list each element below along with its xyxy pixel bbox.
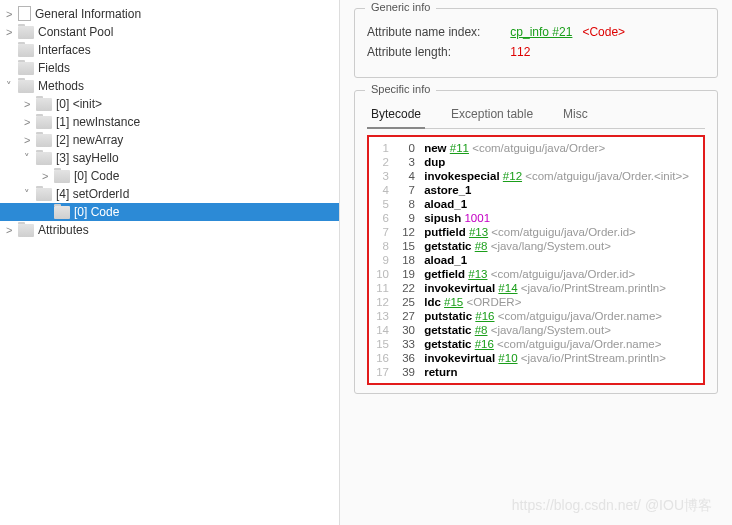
attr-length-label: Attribute length: xyxy=(367,45,507,59)
opcode: ldc xyxy=(424,296,441,308)
byte-offset: 39 xyxy=(395,366,415,378)
tree-item[interactable]: >[0] Code xyxy=(0,167,339,185)
tree-item[interactable]: >[1] newInstance xyxy=(0,113,339,131)
tree-item[interactable]: >[0] <init> xyxy=(0,95,339,113)
line-number: 3 xyxy=(375,170,389,182)
byte-offset: 4 xyxy=(395,170,415,182)
folder-icon xyxy=(18,26,34,39)
folder-icon xyxy=(18,80,34,93)
detail-panel: Generic info Attribute name index: cp_in… xyxy=(340,0,732,525)
chevron-right-icon[interactable]: > xyxy=(42,170,54,182)
line-number: 4 xyxy=(375,184,389,196)
tree-item-label: [0] Code xyxy=(74,169,119,183)
attr-length-value: 112 xyxy=(510,45,530,59)
line-number: 9 xyxy=(375,254,389,266)
bytecode-listing[interactable]: 10 new #11 <com/atguigu/java/Order>23 du… xyxy=(367,135,705,385)
generic-info-legend: Generic info xyxy=(365,1,436,13)
tabs-bar: BytecodeException tableMisc xyxy=(367,101,705,129)
bytecode-row: 1122 invokevirtual #14 <java/io/PrintStr… xyxy=(375,281,697,295)
tree-item[interactable]: ˅[4] setOrderId xyxy=(0,185,339,203)
tree-item[interactable]: >Attributes xyxy=(0,221,339,239)
folder-icon xyxy=(36,188,52,201)
folder-icon xyxy=(18,44,34,57)
opcode: getstatic xyxy=(424,324,471,336)
tab-misc[interactable]: Misc xyxy=(559,101,592,128)
cp-info-link[interactable]: cp_info #21 xyxy=(510,25,572,39)
chevron-right-icon[interactable]: > xyxy=(24,134,36,146)
line-number: 14 xyxy=(375,324,389,336)
byte-offset: 18 xyxy=(395,254,415,266)
bytecode-row: 23 dup xyxy=(375,155,697,169)
opcode-comment: <com/atguigu/java/Order.name> xyxy=(497,338,661,350)
cp-ref-link[interactable]: #13 xyxy=(469,226,488,238)
chevron-down-icon[interactable]: ˅ xyxy=(24,152,36,165)
byte-offset: 3 xyxy=(395,156,415,168)
tree-item[interactable]: Fields xyxy=(0,59,339,77)
tree-item-label: Attributes xyxy=(38,223,89,237)
tree-item-label: [1] newInstance xyxy=(56,115,140,129)
cp-ref-link[interactable]: #13 xyxy=(468,268,487,280)
tree-item[interactable]: >Constant Pool xyxy=(0,23,339,41)
opcode: getfield xyxy=(424,268,465,280)
bytecode-row: 918 aload_1 xyxy=(375,253,697,267)
tree-item[interactable]: ˅Methods xyxy=(0,77,339,95)
tree-item[interactable]: >General Information xyxy=(0,4,339,23)
cp-ref-link[interactable]: #8 xyxy=(475,240,488,252)
chevron-right-icon[interactable]: > xyxy=(6,8,18,20)
tab-bytecode[interactable]: Bytecode xyxy=(367,101,425,129)
bytecode-row: 47 astore_1 xyxy=(375,183,697,197)
opcode-comment: <java/lang/System.out> xyxy=(491,240,611,252)
attr-length-row: Attribute length: 112 xyxy=(367,45,705,59)
tree-item-label: Interfaces xyxy=(38,43,91,57)
chevron-right-icon[interactable]: > xyxy=(24,98,36,110)
tree-item-label: Fields xyxy=(38,61,70,75)
tree-item[interactable]: >[2] newArray xyxy=(0,131,339,149)
byte-offset: 7 xyxy=(395,184,415,196)
folder-icon xyxy=(18,224,34,237)
bytecode-row: 58 aload_1 xyxy=(375,197,697,211)
bytecode-row: 10 new #11 <com/atguigu/java/Order> xyxy=(375,141,697,155)
line-number: 17 xyxy=(375,366,389,378)
byte-offset: 15 xyxy=(395,240,415,252)
cp-ref-link[interactable]: #16 xyxy=(475,310,494,322)
cp-ref-link[interactable]: #14 xyxy=(498,282,517,294)
chevron-right-icon[interactable]: > xyxy=(6,224,18,236)
folder-icon xyxy=(36,134,52,147)
line-number: 11 xyxy=(375,282,389,294)
opcode-comment: <java/io/PrintStream.println> xyxy=(521,282,666,294)
cp-ref-link[interactable]: #11 xyxy=(450,142,469,154)
bytecode-row: 712 putfield #13 <com/atguigu/java/Order… xyxy=(375,225,697,239)
bytecode-row: 1739 return xyxy=(375,365,697,379)
cp-ref-link[interactable]: #8 xyxy=(475,324,488,336)
attr-name-index-row: Attribute name index: cp_info #21 <Code> xyxy=(367,25,705,39)
opcode: putfield xyxy=(424,226,466,238)
attr-name-tag: <Code> xyxy=(582,25,625,39)
chevron-down-icon[interactable]: ˅ xyxy=(24,188,36,201)
bytecode-row: 34 invokespecial #12 <com/atguigu/java/O… xyxy=(375,169,697,183)
tree-item[interactable]: Interfaces xyxy=(0,41,339,59)
byte-offset: 33 xyxy=(395,338,415,350)
folder-icon xyxy=(36,98,52,111)
chevron-down-icon[interactable]: ˅ xyxy=(6,80,18,93)
byte-offset: 36 xyxy=(395,352,415,364)
cp-ref-link[interactable]: #12 xyxy=(503,170,522,182)
line-number: 10 xyxy=(375,268,389,280)
chevron-right-icon[interactable]: > xyxy=(6,26,18,38)
folder-icon xyxy=(18,62,34,75)
tree-item-label: [3] sayHello xyxy=(56,151,119,165)
tree-item-label: General Information xyxy=(35,7,141,21)
chevron-right-icon[interactable]: > xyxy=(24,116,36,128)
byte-offset: 12 xyxy=(395,226,415,238)
tree-item-label: [0] Code xyxy=(74,205,119,219)
opcode-comment: <com/atguigu/java/Order.<init>> xyxy=(525,170,689,182)
tree-panel: >General Information>Constant PoolInterf… xyxy=(0,0,340,525)
tab-exception-table[interactable]: Exception table xyxy=(447,101,537,128)
line-number: 8 xyxy=(375,240,389,252)
tree-item-label: [2] newArray xyxy=(56,133,123,147)
tree-item[interactable]: ˅[3] sayHello xyxy=(0,149,339,167)
cp-ref-link[interactable]: #16 xyxy=(475,338,494,350)
tree-item[interactable]: [0] Code xyxy=(0,203,339,221)
byte-offset: 19 xyxy=(395,268,415,280)
cp-ref-link[interactable]: #10 xyxy=(498,352,517,364)
cp-ref-link[interactable]: #15 xyxy=(444,296,463,308)
